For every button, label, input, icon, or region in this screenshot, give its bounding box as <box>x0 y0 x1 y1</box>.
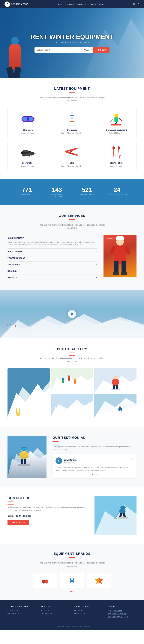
svg-point-52 <box>114 376 117 379</box>
service-pricings-toggle[interactable]: + <box>96 276 97 279</box>
contact-phone: Calls: +40 444 656 322 <box>7 514 85 517</box>
footer-blog-link[interactable]: BLOG POST <box>41 610 70 612</box>
navbar: SPORTICA ZONE HOME LISTINGS ELEMENTS PAG… <box>0 0 144 8</box>
footer-col-service: ABOUT SERVICE PRICINGS LATEST NEWS <box>74 606 103 618</box>
search-button[interactable]: 🔍 <box>133 3 136 6</box>
gallery-item-5[interactable] <box>94 394 137 418</box>
svg-marker-95 <box>99 577 103 584</box>
contact-skier-image <box>94 496 137 535</box>
pole-info: Unisex | 5$ per day <box>98 165 134 167</box>
phone-number: +40 444 656 322 <box>14 514 31 517</box>
hero-subtitle: 2017 Winter Skis are Now Available <box>31 42 114 44</box>
gallery-item-2[interactable] <box>51 368 93 392</box>
equipment-grid: Skis mask Unisex | 15$ per day Snowboard… <box>7 108 137 170</box>
nav-links: HOME LISTINGS ELEMENTS PAGES BLOG <box>57 3 104 5</box>
service-item-equipment: OUR EQUIPMENT − Lorem ipsum dolor sit am… <box>7 235 97 248</box>
dot-3[interactable] <box>96 474 97 475</box>
title-divider <box>69 95 75 95</box>
equipment-desc: Duis aute irure dolor in reprehenderit i… <box>38 96 106 102</box>
services-desc: Duis aute irure dolor in reprehenderit i… <box>38 224 106 230</box>
testimonial-section: OUR TESTIMONIAL Sed ut perspiciatis unde… <box>0 427 144 487</box>
testimonial-skier-image <box>7 436 47 478</box>
stat-clients: 521 Happy Clients <box>72 185 102 199</box>
service-booking-toggle[interactable]: + <box>96 270 97 272</box>
hero-title: RENT WINTER EQUIPMENT <box>31 34 114 40</box>
service-item-pricings: PRICINGS + <box>7 274 97 281</box>
svg-rect-19 <box>21 152 23 154</box>
footer-pricings-link[interactable]: PRICINGS <box>74 610 103 612</box>
dot-1[interactable] <box>92 474 93 475</box>
footer-service-title: ABOUT SERVICE <box>74 606 103 608</box>
service-race-toggle[interactable]: + <box>96 251 97 253</box>
stat-clients-label: Happy Clients <box>75 194 99 196</box>
services-title: OUR SERVICES <box>6 214 138 220</box>
contact-button[interactable]: CONTACT NOW <box>7 520 29 525</box>
service-booking-header[interactable]: BOOKING + <box>7 270 97 272</box>
dot-2[interactable] <box>94 474 95 475</box>
footer-news-link-1[interactable]: LATEST NEWS <box>41 613 70 614</box>
equipment-card-skis: Skis Unisex | 20$ per day | Size: 32-36 <box>52 141 92 170</box>
brand-dot-1[interactable] <box>70 591 72 592</box>
menu-button[interactable]: ☰ <box>138 3 140 6</box>
service-pricings-header[interactable]: PRICINGS + <box>7 276 97 279</box>
service-equipment-toggle[interactable]: − <box>96 237 97 239</box>
svg-point-10 <box>71 117 73 118</box>
service-item-booking: BOOKING + <box>7 268 97 274</box>
date-select[interactable]: Any ... <box>81 47 93 53</box>
nav-elements[interactable]: ELEMENTS <box>77 3 86 5</box>
nav-blog[interactable]: BLOG <box>99 3 104 5</box>
svg-point-2 <box>22 117 27 121</box>
svg-rect-33 <box>113 146 115 149</box>
stat-experience: 24 Years Of Experience <box>102 185 132 199</box>
svg-line-93 <box>45 577 45 578</box>
nav-home[interactable]: HOME <box>57 3 62 5</box>
gallery-title: PHOTO GALLERY <box>6 347 138 353</box>
nav-listings[interactable]: LISTINGS <box>66 3 74 5</box>
footer-news-link-2[interactable]: LATEST NEWS <box>74 613 103 614</box>
brand-dot-2[interactable] <box>72 591 74 592</box>
play-button[interactable] <box>68 310 76 318</box>
svg-line-17 <box>119 118 122 122</box>
search-input[interactable] <box>34 47 81 53</box>
gallery-desc: Duis aute irure dolor in reprehenderit i… <box>38 357 106 363</box>
footer-grid: TERMS & CONDITIONS CONTACT US LOGIN & PO… <box>7 606 137 623</box>
skis-image <box>54 144 90 160</box>
pole-title: Ski Pole stick <box>98 162 134 164</box>
stat-clients-number: 521 <box>75 187 99 193</box>
svg-rect-68 <box>121 408 122 411</box>
find-now-button[interactable]: FIND NOW <box>93 47 110 53</box>
gallery-item-3[interactable] <box>94 368 137 392</box>
svg-rect-87 <box>118 517 128 519</box>
footer-policy-link[interactable]: LOGIN & POLICY <box>7 613 36 614</box>
logo-icon <box>4 2 10 7</box>
service-private-toggle[interactable]: + <box>96 257 97 259</box>
svg-rect-34 <box>118 146 120 149</box>
svg-rect-12 <box>114 117 118 122</box>
service-private-header[interactable]: PRIVATE LESSONS + <box>7 257 97 259</box>
stats-section: 771 Equipments 143 Experience Instructor… <box>0 179 144 205</box>
gallery-item-4[interactable] <box>51 394 93 418</box>
service-pricings-label: PRICINGS <box>7 276 17 279</box>
footer-phone: P:+1 76-7005-2200 <box>108 610 137 613</box>
nav-pages[interactable]: PAGES <box>90 3 96 5</box>
svg-point-65 <box>119 405 121 408</box>
footer-contact-link[interactable]: CONTACT US <box>7 610 36 612</box>
svg-point-48 <box>74 378 76 381</box>
service-ski-touring-header[interactable]: SKI TOURING + <box>7 264 97 266</box>
service-equipment-header[interactable]: OUR EQUIPMENT − <box>7 237 97 239</box>
service-ski-touring-toggle[interactable]: + <box>96 264 97 266</box>
brand-navigation-dots <box>6 591 138 592</box>
brand-card-1 <box>33 573 57 588</box>
brand-logo: SPORTICA ZONE <box>4 2 28 7</box>
service-race-header[interactable]: RACE TRAINING + <box>7 251 97 253</box>
copyright-text: Copyright 2016 by MaxxThemes. All Rights… <box>6 626 138 628</box>
footer-email: OFFICE@EXAMPLE.COM <box>108 613 137 616</box>
instructor-image: INSTRUCTOR <box>103 235 137 277</box>
skier-distant-3 <box>15 325 16 327</box>
svg-point-24 <box>28 155 30 156</box>
services-divider <box>69 222 75 222</box>
svg-rect-45 <box>62 380 64 383</box>
svg-rect-21 <box>23 150 28 152</box>
svg-point-3 <box>28 117 33 121</box>
gallery-item-1[interactable] <box>7 368 50 418</box>
